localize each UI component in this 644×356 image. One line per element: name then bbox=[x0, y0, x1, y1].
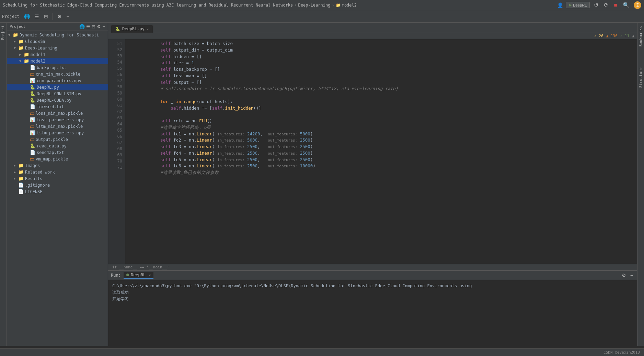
run-tab-close[interactable]: ✕ bbox=[149, 273, 151, 277]
sidebar-item-lstm-min-max[interactable]: 🗃 lstm_min_max.pickle bbox=[7, 123, 108, 130]
sidebar-list-btn[interactable]: ☰ bbox=[86, 24, 90, 29]
tab-bar: 🐍 DeepRL.py ✕ bbox=[108, 23, 637, 33]
sidebar-collapse-btn[interactable]: ⊟ bbox=[92, 24, 95, 29]
model1-label: model1 bbox=[31, 52, 45, 57]
forward-label: forward.txt bbox=[37, 104, 64, 109]
sidebar-item-deeprl-py[interactable]: 🐍 DeepRL.py bbox=[7, 84, 108, 90]
code-content[interactable]: self.batch_size = batch_size self.output… bbox=[125, 39, 637, 264]
code-footer: if __name__ == '__main__' bbox=[108, 264, 637, 270]
run-output-line-2: 开始学习 bbox=[112, 296, 633, 302]
deeprl-run-button[interactable]: ▶ DeepRL bbox=[566, 2, 590, 8]
tab-deeprl-py[interactable]: 🐍 DeepRL.py ✕ bbox=[111, 25, 153, 33]
output-pickle-icon: 🗃 bbox=[30, 137, 34, 142]
sidebar-item-loss-params[interactable]: 📊 loss_parameters.npy bbox=[7, 116, 108, 123]
sidebar-item-model1[interactable]: ▶ 📁 model1 bbox=[7, 51, 108, 58]
sidebar-item-output-pickle[interactable]: 🗃 output.pickle bbox=[7, 136, 108, 143]
sidebar-item-model2[interactable]: ▼ 📁 model2 bbox=[7, 58, 108, 64]
run-command-line: C:\Users\zl\anaconda3\python.exe "D:\Pyt… bbox=[112, 283, 633, 289]
sendmap-icon: 📄 bbox=[30, 150, 35, 155]
sidebar-item-license[interactable]: 📄 LICENSE bbox=[7, 188, 108, 195]
code-line-57: self.output = [] bbox=[129, 79, 633, 86]
sidebar-item-deeprl-cnn-lstm[interactable]: 🐍 DeepRL-CNN-LSTM.py bbox=[7, 90, 108, 97]
sidebar-item-gitignore[interactable]: 📄 .gitignore bbox=[7, 182, 108, 188]
related-work-label: Related work bbox=[25, 170, 55, 175]
top-breadcrumb-bar: Scheduling for Stochastic Edge-Cloud Com… bbox=[0, 0, 644, 10]
line-59: 59 bbox=[108, 90, 125, 96]
sidebar-item-cloudsim[interactable]: ▶ 📁 CloudSim bbox=[7, 38, 108, 45]
sidebar-item-cnn-params[interactable]: 📊 cnn_parameters.npy bbox=[7, 77, 108, 84]
deeprl-cuda-label: DeepRL-CUDA.py bbox=[37, 98, 71, 103]
sendmap-label: sendmap.txt bbox=[37, 150, 64, 155]
read-data-label: read_data.py bbox=[37, 144, 67, 148]
breadcrumb: Scheduling for Stochastic Edge-Cloud Com… bbox=[3, 3, 555, 8]
deeprl-cnn-lstm-icon: 🐍 bbox=[30, 91, 35, 96]
run-minimize-icon[interactable]: − bbox=[629, 272, 634, 279]
tab-close-icon[interactable]: ✕ bbox=[147, 27, 149, 31]
sidebar-item-related-work[interactable]: ▶ 📁 Related work bbox=[7, 169, 108, 175]
deep-learning-arrow: ▼ bbox=[14, 46, 17, 50]
sidebar-item-deeprl-cuda[interactable]: 🐍 DeepRL-CUDA.py bbox=[7, 97, 108, 103]
project-side-label[interactable]: Project bbox=[0, 23, 7, 43]
minimize-icon[interactable]: − bbox=[65, 13, 71, 20]
code-line-58: # self.scheduler = lr_scheduler.CosineAn… bbox=[129, 86, 633, 92]
deeprl-cnn-lstm-label: DeepRL-CNN-LSTM.py bbox=[37, 91, 81, 96]
cnn-min-max-label: cnn_min_max.pickle bbox=[36, 72, 80, 77]
code-line-67: self.fc3 = nn.Linear( in_features: 2500,… bbox=[129, 144, 633, 150]
warning-badge: ⚠ 26 bbox=[594, 34, 603, 38]
code-line-64: #这里建立神经网络. 6层 bbox=[129, 124, 633, 131]
search-icon[interactable]: 🔍 bbox=[621, 1, 631, 9]
deeprl-py-icon: 🐍 bbox=[30, 85, 35, 90]
sidebar-settings-btn[interactable]: ⚙ bbox=[97, 24, 101, 29]
collapse-icon[interactable]: ⊟ bbox=[42, 13, 50, 20]
tab-py-icon: 🐍 bbox=[115, 27, 120, 31]
sidebar-header-buttons: 🌐 ☰ ⊟ ⚙ − bbox=[79, 24, 105, 29]
vm-map-icon: 🗃 bbox=[30, 156, 34, 162]
statusbar-text: CSDN @eyexin2018 bbox=[603, 350, 640, 355]
gitignore-icon: 📄 bbox=[18, 182, 24, 188]
run-tab-deeprl[interactable]: DeepRL ✕ bbox=[124, 272, 153, 279]
settings-icon[interactable]: ⚙ bbox=[56, 13, 64, 20]
structure-icon[interactable]: Structure bbox=[638, 65, 644, 90]
sidebar-item-sendmap[interactable]: 📄 sendmap.txt bbox=[7, 149, 108, 156]
toolbar-separator bbox=[53, 13, 53, 20]
root-folder-icon: 📁 bbox=[13, 32, 18, 37]
sidebar-item-forward[interactable]: 📄 forward.txt bbox=[7, 103, 108, 110]
line-67: 67 bbox=[108, 140, 125, 146]
run-settings-icon[interactable]: ⚙ bbox=[620, 272, 628, 279]
refresh-icon[interactable]: ↺ bbox=[593, 1, 600, 9]
sidebar-minimize-btn[interactable]: − bbox=[102, 24, 105, 29]
code-editor: 51 52 53 54 55 56 57 58 59 60 61 62 63 6… bbox=[108, 39, 637, 264]
sidebar-globe-btn[interactable]: 🌐 bbox=[79, 24, 85, 29]
tree-root[interactable]: ▼ 📁 Dynamic Scheduling for Stochasti bbox=[7, 32, 108, 38]
sidebar-item-cnn-min-max[interactable]: 🗃 cnn_min_max.pickle bbox=[7, 71, 108, 77]
run-panel: Run: DeepRL ✕ ⚙ − C:\Users\zl\anaconda3\… bbox=[108, 270, 637, 346]
file-tree: ▼ 📁 Dynamic Scheduling for Stochasti ▶ 📁… bbox=[7, 31, 108, 346]
tree-refresh-icon[interactable]: ⟳ bbox=[602, 1, 610, 9]
code-line-65: self.fc1 = nn.Linear( in_features: 24200… bbox=[129, 131, 633, 137]
expand-icon[interactable]: ▲ bbox=[632, 34, 634, 38]
model2-label: model2 bbox=[31, 59, 45, 64]
sidebar-item-loss-min-max[interactable]: 🗃 loss_min_max.pickle bbox=[7, 110, 108, 116]
stop-icon[interactable]: ■ bbox=[612, 1, 619, 9]
sidebar-item-deep-learning[interactable]: ▼ 📁 Deep-Learning bbox=[7, 45, 108, 51]
globe-icon[interactable]: 🌐 bbox=[22, 13, 32, 20]
line-57: 57 bbox=[108, 78, 125, 84]
sidebar-item-results[interactable]: ▶ 📁 Results bbox=[7, 175, 108, 182]
right-side-labels: Bookmarks Structure bbox=[637, 23, 644, 346]
line-56: 56 bbox=[108, 71, 125, 78]
sidebar-item-lstm-params[interactable]: 📊 lstm_parameters.npy bbox=[7, 130, 108, 136]
sidebar-item-vm-map[interactable]: 🗃 vm_map.pickle bbox=[7, 156, 108, 162]
cloudsim-label: CloudSim bbox=[25, 39, 45, 44]
line-62: 62 bbox=[108, 109, 125, 115]
list-icon[interactable]: ☰ bbox=[33, 13, 41, 20]
run-label: Run: bbox=[111, 273, 121, 278]
model2-folder-icon: 📁 bbox=[24, 58, 29, 64]
vm-map-label: vm_map.pickle bbox=[36, 157, 68, 162]
bookmarks-icon[interactable]: Bookmarks bbox=[638, 24, 644, 49]
sidebar-item-backprop[interactable]: 📄 backprop.txt bbox=[7, 64, 108, 71]
sidebar-item-read-data[interactable]: 🐍 read_data.py bbox=[7, 143, 108, 149]
loss-params-icon: 📊 bbox=[30, 117, 35, 122]
run-output-line-1: 读取成功 bbox=[112, 289, 633, 296]
statusbar: CSDN @eyexin2018 bbox=[0, 348, 644, 356]
sidebar-item-images[interactable]: ▶ 📁 Images bbox=[7, 162, 108, 169]
